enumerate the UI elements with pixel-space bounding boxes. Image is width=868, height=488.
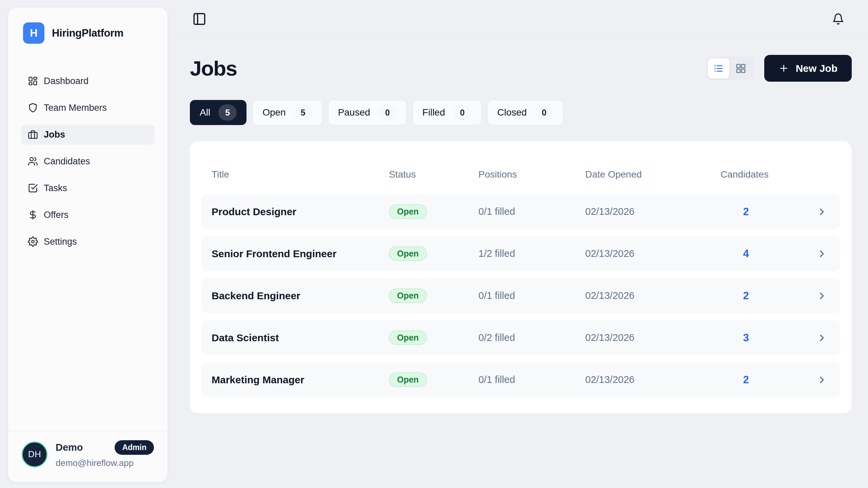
job-title: Product Designer (212, 206, 389, 218)
sidebar-item-settings[interactable]: Settings (21, 231, 155, 252)
status-badge: Open (389, 246, 427, 261)
date-opened-cell: 02/13/2026 (585, 248, 721, 259)
filter-closed[interactable]: Closed 0 (488, 100, 563, 125)
sidebar-item-team-members[interactable]: Team Members (21, 98, 155, 118)
sidebar-item-candidates[interactable]: Candidates (21, 151, 155, 171)
shield-icon (28, 103, 38, 113)
filter-label: Filled (422, 107, 445, 118)
table-row[interactable]: Product Designer Open 0/1 filled 02/13/2… (201, 194, 840, 229)
candidates-count[interactable]: 2 (721, 206, 771, 218)
status-badge: Open (389, 372, 427, 387)
filter-count-badge: 5 (218, 104, 237, 121)
sidebar-item-label: Offers (44, 210, 68, 220)
candidates-count[interactable]: 4 (721, 248, 771, 260)
filter-label: Closed (497, 107, 527, 118)
layout-dashboard-icon (28, 76, 38, 86)
sidebar-item-offers[interactable]: Offers (21, 205, 155, 225)
users-icon (28, 156, 38, 166)
date-opened-cell: 02/13/2026 (585, 374, 721, 385)
content: Jobs (174, 55, 868, 413)
avatar-initials: DH (28, 449, 41, 460)
filter-count-badge: 0 (453, 104, 472, 121)
filter-filled[interactable]: Filled 0 (413, 100, 481, 125)
candidates-count[interactable]: 3 (721, 332, 771, 344)
filter-label: Open (262, 107, 286, 118)
column-header-title: Title (212, 169, 389, 180)
candidates-count[interactable]: 2 (721, 374, 771, 386)
check-square-icon (28, 183, 38, 193)
sidebar-nav: Dashboard Team Members Jobs Candidates T… (8, 71, 167, 431)
sidebar-item-label: Tasks (44, 183, 67, 194)
chevron-right-icon[interactable] (771, 374, 830, 385)
column-header-positions: Positions (478, 169, 585, 180)
user-profile[interactable]: DH Demo Admin demo@hireflow.app (8, 431, 167, 482)
positions-cell: 0/2 filled (478, 332, 585, 343)
plus-icon (778, 63, 789, 74)
filter-count-badge: 0 (535, 104, 553, 121)
panel-left-icon (192, 12, 206, 26)
view-toggle (706, 57, 753, 80)
sidebar-item-tasks[interactable]: Tasks (21, 178, 155, 198)
sidebar-item-jobs[interactable]: Jobs (21, 124, 155, 145)
chevron-right-icon[interactable] (771, 290, 830, 301)
date-opened-cell: 02/13/2026 (585, 206, 721, 217)
briefcase-icon (28, 129, 38, 140)
table-row[interactable]: Senior Frontend Engineer Open 1/2 filled… (201, 236, 840, 271)
chevron-right-icon[interactable] (771, 332, 830, 343)
sidebar-item-label: Team Members (44, 103, 107, 113)
user-info: Demo Admin demo@hireflow.app (56, 440, 154, 468)
sidebar-toggle-button[interactable] (192, 12, 206, 26)
user-name: Demo (56, 442, 83, 453)
positions-cell: 0/1 filled (478, 374, 585, 385)
jobs-table-card: Title Status Positions Date Opened Candi… (190, 141, 852, 413)
table-row[interactable]: Data Scientist Open 0/2 filled 02/13/202… (201, 320, 840, 355)
filter-label: Paused (338, 107, 370, 118)
brand-logo: H (23, 22, 44, 44)
table-row[interactable]: Backend Engineer Open 0/1 filled 02/13/2… (201, 278, 840, 313)
user-email: demo@hireflow.app (56, 458, 154, 468)
filter-all[interactable]: All 5 (190, 100, 246, 125)
chevron-right-icon[interactable] (771, 248, 830, 259)
status-badge: Open (389, 288, 427, 303)
avatar: DH (22, 442, 47, 467)
date-opened-cell: 02/13/2026 (585, 290, 721, 301)
sidebar: H HiringPlatform Dashboard Team Members … (8, 7, 168, 482)
candidates-count[interactable]: 2 (721, 290, 771, 302)
notifications-button[interactable] (832, 13, 844, 25)
job-title: Senior Frontend Engineer (212, 248, 389, 260)
view-toggle-list[interactable] (708, 58, 729, 79)
positions-cell: 1/2 filled (478, 248, 585, 259)
status-badge: Open (389, 204, 427, 219)
chevron-right-icon[interactable] (771, 206, 830, 217)
job-title: Data Scientist (212, 332, 389, 344)
brand-logo-letter: H (30, 27, 37, 39)
date-opened-cell: 02/13/2026 (585, 332, 721, 343)
filter-open[interactable]: Open 5 (253, 100, 322, 125)
new-job-label: New Job (796, 63, 837, 74)
status-badge: Open (389, 330, 427, 345)
column-header-status: Status (389, 169, 478, 180)
list-view-icon (713, 63, 724, 74)
main-area: Jobs (174, 0, 868, 488)
gear-icon (28, 237, 38, 247)
sidebar-item-dashboard[interactable]: Dashboard (21, 71, 155, 91)
job-title: Marketing Manager (212, 374, 389, 386)
filter-count-badge: 5 (294, 104, 312, 121)
sidebar-item-label: Candidates (44, 156, 90, 167)
view-toggle-grid[interactable] (730, 58, 752, 79)
new-job-button[interactable]: New Job (764, 55, 852, 82)
page-title: Jobs (190, 56, 237, 81)
sidebar-item-label: Jobs (44, 129, 65, 140)
table-body: Product Designer Open 0/1 filled 02/13/2… (201, 194, 840, 397)
filter-label: All (200, 107, 210, 118)
table-row[interactable]: Marketing Manager Open 0/1 filled 02/13/… (201, 362, 840, 397)
filter-count-badge: 0 (378, 104, 397, 121)
brand-name: HiringPlatform (52, 27, 123, 39)
positions-cell: 0/1 filled (478, 206, 585, 217)
job-title: Backend Engineer (212, 290, 389, 302)
sidebar-item-label: Dashboard (44, 76, 88, 86)
table-header: Title Status Positions Date Opened Candi… (201, 153, 840, 194)
filter-paused[interactable]: Paused 0 (328, 100, 407, 125)
column-header-candidates: Candidates (721, 169, 771, 180)
sidebar-item-label: Settings (44, 237, 77, 247)
